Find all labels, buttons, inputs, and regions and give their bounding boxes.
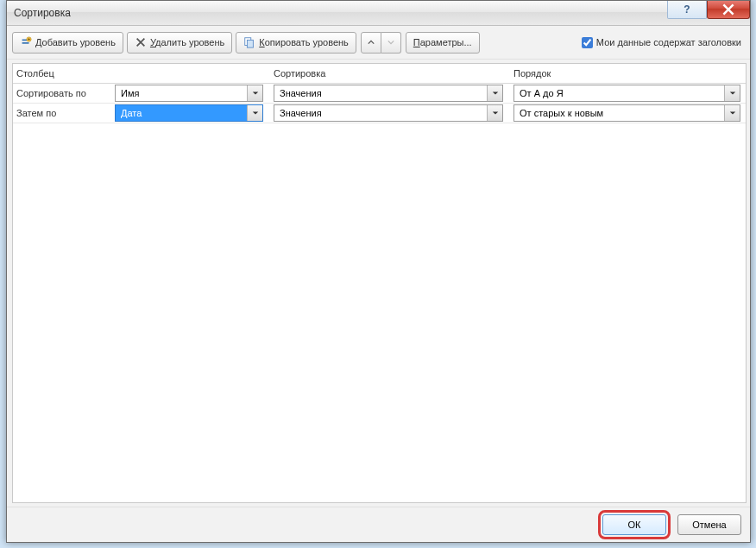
delete-icon — [135, 36, 147, 48]
move-down-button[interactable] — [381, 32, 401, 54]
sorton-combo[interactable]: Значения — [274, 104, 503, 122]
header-sorton: Сортировка — [274, 68, 513, 79]
combo-arrow-icon — [247, 105, 262, 121]
sort-grid: Столбец Сортировка Порядок Сортировать п… — [12, 63, 747, 503]
combo-arrow-icon — [487, 85, 502, 101]
grid-blank — [13, 123, 746, 502]
combo-arrow-icon — [487, 105, 502, 121]
row-label: Затем по — [13, 108, 115, 118]
sort-dialog: Сортировка ? Добавить уровень — [6, 0, 751, 543]
row-label: Сортировать по — [13, 88, 115, 98]
help-icon: ? — [684, 3, 690, 16]
combo-arrow-icon — [247, 85, 262, 101]
headers-checkbox-label: Мои данные содержат заголовки — [596, 37, 741, 47]
move-up-button[interactable] — [361, 32, 381, 54]
chevron-up-icon — [368, 39, 375, 46]
copy-icon — [243, 36, 255, 48]
column-combo[interactable]: Имя — [115, 85, 263, 102]
add-level-label: Добавить уровень — [35, 37, 116, 47]
svg-rect-4 — [248, 40, 254, 47]
sort-grid-area: Столбец Сортировка Порядок Сортировать п… — [7, 60, 750, 507]
add-level-icon — [20, 36, 32, 48]
cancel-button[interactable]: Отмена — [677, 514, 741, 535]
help-button[interactable]: ? — [667, 1, 707, 19]
window-controls: ? — [667, 1, 750, 18]
headers-checkbox[interactable] — [582, 37, 593, 48]
titlebar: Сортировка ? — [7, 1, 750, 26]
dialog-footer: ОК Отмена — [7, 507, 750, 542]
options-button[interactable]: Параметры... — [406, 32, 480, 54]
options-label: Параметры... — [413, 37, 472, 47]
close-button[interactable] — [707, 1, 750, 19]
toolbar: Добавить уровень Удалить уровень Копиров… — [7, 26, 750, 60]
header-column: Столбец — [13, 68, 115, 79]
sort-row: Сортировать по Имя Значения От А до Я — [13, 84, 746, 104]
window-title: Сортировка — [14, 7, 71, 19]
add-level-button[interactable]: Добавить уровень — [12, 32, 123, 54]
sorton-combo[interactable]: Значения — [274, 85, 503, 102]
copy-level-label: Копировать уровень — [259, 37, 349, 47]
copy-level-button[interactable]: Копировать уровень — [236, 32, 356, 54]
order-combo[interactable]: От А до Я — [513, 85, 740, 102]
column-combo[interactable]: Дата — [115, 104, 263, 122]
chevron-down-icon — [387, 39, 394, 46]
delete-level-label: Удалить уровень — [150, 37, 224, 47]
cancel-label: Отмена — [692, 520, 726, 530]
svg-rect-1 — [22, 42, 29, 44]
combo-arrow-icon — [724, 85, 740, 101]
header-order: Порядок — [513, 68, 746, 79]
ok-label: ОК — [628, 520, 641, 530]
sort-row: Затем по Дата Значения От старых к нов — [13, 104, 746, 123]
delete-level-button[interactable]: Удалить уровень — [127, 32, 232, 54]
ok-button[interactable]: ОК — [602, 514, 666, 535]
order-combo[interactable]: От старых к новым — [513, 104, 740, 122]
ok-highlight: ОК — [598, 510, 671, 539]
close-icon — [722, 3, 734, 16]
headers-checkbox-wrap[interactable]: Мои данные содержат заголовки — [582, 37, 741, 48]
grid-header-row: Столбец Сортировка Порядок — [13, 64, 746, 84]
combo-arrow-icon — [724, 105, 740, 121]
